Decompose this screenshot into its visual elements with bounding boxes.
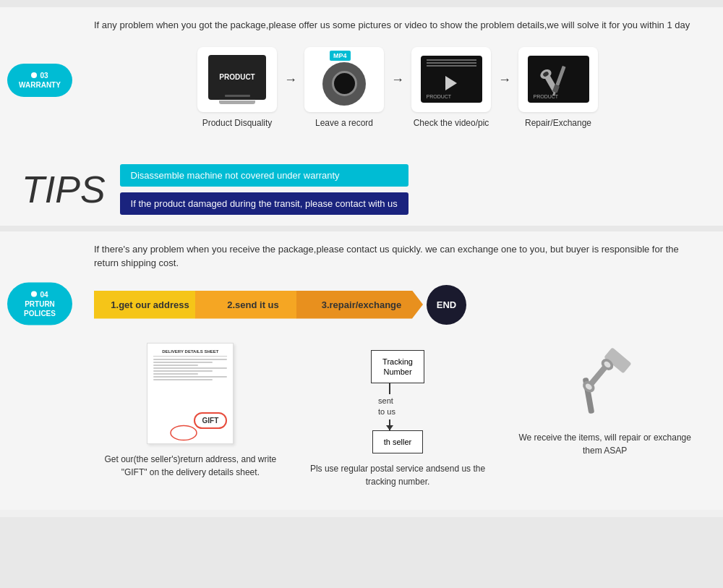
warranty-badge: 03 WARRANTY — [7, 64, 72, 97]
sheet-title: DELIVERY DETAILS SHEET — [153, 349, 227, 357]
delivery-description: Get our(the seller's)return address, and… — [94, 453, 287, 479]
arrow-3: → — [498, 72, 511, 88]
warranty-step-4: PRODUCT Repair/Exchange — [518, 47, 598, 128]
mp4-badge: MP4 — [330, 51, 351, 61]
tip-1: Disassemble machine not covered under wa… — [120, 164, 408, 187]
tips-boxes: Disassemble machine not covered under wa… — [120, 164, 408, 215]
tracking-card: TrackingNumber sentto us th seller Pls u… — [301, 343, 495, 489]
step-1-label: Product Disquality — [202, 118, 273, 128]
return-badge: 04 PRTURN POLICES — [7, 282, 72, 325]
arrow-1: → — [284, 72, 297, 88]
tools-svg — [565, 343, 645, 422]
warranty-intro-text: If any problem when you got the package,… — [94, 18, 701, 33]
step-2-label: Leave a record — [315, 118, 373, 128]
sent-text: sentto us — [378, 396, 395, 418]
warranty-step-1: PRODUCT Product Disquality — [197, 47, 277, 128]
camera-icon: MP4 — [304, 47, 384, 112]
return-step-1: 1.get our address — [94, 291, 206, 319]
step-4-label: Repair/Exchange — [525, 118, 591, 128]
tracking-description: Pls use regular postal service andsend u… — [301, 462, 495, 488]
tips-title: TIPS — [22, 168, 106, 211]
tools-screen-icon: PRODUCT — [518, 47, 598, 112]
tools-card: We receive the items, will repair or exc… — [508, 343, 701, 489]
return-intro-text: If there's any problem when you receive … — [94, 242, 701, 270]
tools-description: We receive the items, will repair or exc… — [508, 431, 701, 457]
warranty-steps: PRODUCT Product Disquality → MP4 — [94, 47, 701, 128]
tips-section: TIPS Disassemble machine not covered und… — [0, 153, 723, 226]
tracking-diagram: TrackingNumber sentto us th seller — [371, 350, 424, 454]
arrow-2: → — [391, 72, 404, 88]
seller-box: th seller — [372, 430, 424, 453]
sheet-lines — [153, 359, 227, 380]
tools-illustration — [565, 343, 645, 422]
warranty-step-2: MP4 Leave a record — [304, 47, 384, 128]
tracking-number-box: TrackingNumber — [371, 350, 424, 384]
end-circle: END — [427, 285, 466, 325]
video-icon: PRODUCT — [411, 47, 491, 112]
warranty-step-3: PRODUCT Check the video/pic — [411, 47, 491, 128]
tip-2: If the product damaged during the transi… — [120, 192, 408, 215]
return-info-row: DELIVERY DETAILS SHEET — [94, 343, 701, 489]
return-step-2: 2.send it us — [195, 291, 307, 319]
product-disquality-icon: PRODUCT — [197, 47, 277, 112]
delivery-sheet-illustration: DELIVERY DETAILS SHEET — [147, 343, 234, 444]
gift-badge: GIFT — [194, 412, 228, 429]
return-step-3: 3.repair/exchange — [296, 291, 423, 319]
svg-point-6 — [171, 425, 197, 440]
step-3-label: Check the video/pic — [414, 118, 489, 128]
return-steps: 1.get our address 2.send it us 3.repair/… — [94, 285, 701, 325]
svg-rect-3 — [555, 65, 565, 85]
delivery-card: DELIVERY DETAILS SHEET — [94, 343, 287, 489]
